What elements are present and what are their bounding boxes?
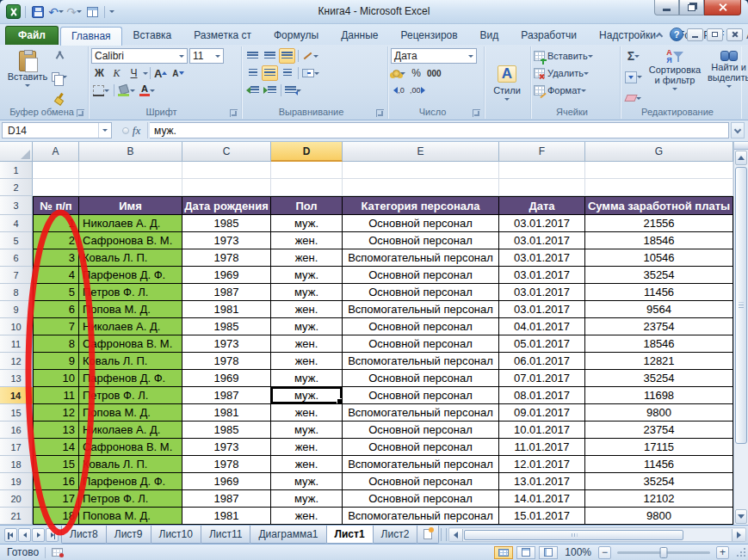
- scroll-left-button[interactable]: [449, 529, 463, 541]
- horizontal-scroll-track[interactable]: [463, 529, 732, 541]
- format-cells-button[interactable]: Формат: [534, 82, 617, 99]
- cell-E17[interactable]: Основной персонал: [343, 439, 499, 456]
- clear-button[interactable]: [623, 90, 644, 106]
- cell-E8[interactable]: Основной персонал: [343, 284, 499, 301]
- cell-B20[interactable]: Петров Ф. Л.: [79, 490, 182, 508]
- column-header-C[interactable]: C: [182, 142, 271, 162]
- ribbon-tab-Файл[interactable]: Файл: [5, 26, 59, 45]
- row-header-2[interactable]: 2: [0, 179, 33, 196]
- percent-button[interactable]: %: [408, 65, 424, 81]
- fill-color-button[interactable]: [116, 83, 137, 98]
- cell-B6[interactable]: Коваль Л. П.: [79, 249, 182, 267]
- merge-center-button[interactable]: [300, 65, 321, 81]
- ribbon-tab-Рецензиров[interactable]: Рецензиров: [389, 26, 468, 45]
- cell-B18[interactable]: Коваль Л. П.: [79, 456, 182, 473]
- cell-C13[interactable]: 1969: [182, 370, 271, 387]
- previous-sheet-button[interactable]: [18, 528, 31, 542]
- cell-E7[interactable]: Основной персонал: [343, 267, 499, 284]
- workbook-minimize-button[interactable]: [687, 28, 703, 41]
- paste-button[interactable]: Вставить: [5, 47, 50, 107]
- number-format-select[interactable]: Дата: [391, 48, 477, 64]
- zoom-slider-thumb[interactable]: [660, 547, 668, 558]
- workbook-close-button[interactable]: [726, 28, 743, 41]
- cell-A9[interactable]: 6: [33, 301, 79, 318]
- close-button[interactable]: [704, 0, 741, 15]
- column-header-E[interactable]: E: [343, 142, 499, 162]
- ribbon-tab-Вставка[interactable]: Вставка: [122, 26, 183, 45]
- cell-A21[interactable]: 18: [33, 508, 79, 525]
- cell-G5[interactable]: 18546: [585, 232, 733, 249]
- row-header-17[interactable]: 17: [0, 439, 33, 456]
- cell-A15[interactable]: 12: [33, 404, 79, 422]
- cell-B5[interactable]: Сафронова В. М.: [79, 232, 182, 249]
- column-header-F[interactable]: F: [499, 142, 585, 162]
- cell-F19[interactable]: 13.01.2017: [499, 473, 585, 490]
- cell-C1[interactable]: [182, 162, 271, 179]
- cell-G9[interactable]: 9564: [585, 301, 733, 318]
- cell-A11[interactable]: 8: [33, 335, 79, 353]
- cell-G15[interactable]: 9800: [585, 404, 733, 422]
- cut-button[interactable]: [50, 48, 69, 64]
- cell-G4[interactable]: 21556: [585, 215, 733, 232]
- cell-D17[interactable]: жен.: [271, 439, 343, 456]
- tab-split-handle[interactable]: [441, 528, 447, 541]
- cell-A18[interactable]: 15: [33, 456, 79, 473]
- cell-E11[interactable]: Основной персонал: [343, 335, 499, 353]
- sort-filter-button[interactable]: АЯ Сортировка и фильтр: [646, 47, 703, 107]
- cell-C2[interactable]: [182, 179, 271, 196]
- record-macro-icon[interactable]: [52, 548, 63, 557]
- row-header-19[interactable]: 19: [0, 473, 33, 490]
- cell-B7[interactable]: Парфенов Д. Ф.: [79, 267, 182, 284]
- cell-A6[interactable]: 3: [33, 249, 79, 267]
- select-all-corner[interactable]: [0, 142, 33, 162]
- cell-D14[interactable]: муж.: [271, 387, 343, 404]
- cell-F20[interactable]: 14.01.2017: [499, 490, 585, 508]
- cell-A8[interactable]: 5: [33, 284, 79, 301]
- delete-cells-button[interactable]: Удалить: [534, 65, 617, 82]
- decrease-indent-button[interactable]: [244, 83, 261, 98]
- cell-C12[interactable]: 1978: [182, 353, 271, 370]
- normal-view-button[interactable]: [494, 546, 513, 559]
- cell-F15[interactable]: 09.01.2017: [499, 404, 585, 422]
- cell-G11[interactable]: 18546: [585, 335, 733, 353]
- minimize-button[interactable]: [654, 0, 679, 15]
- cell-E13[interactable]: Основной персонал: [343, 370, 499, 387]
- cell-B12[interactable]: Коваль Л. П.: [79, 353, 182, 370]
- name-box-dropdown[interactable]: [98, 123, 111, 138]
- cell-A5[interactable]: 2: [33, 232, 79, 249]
- row-header-10[interactable]: 10: [0, 318, 33, 335]
- row-header-5[interactable]: 5: [0, 232, 33, 249]
- cell-E1[interactable]: [343, 162, 499, 179]
- vertical-scroll-track[interactable]: [734, 445, 748, 508]
- cell-D19[interactable]: муж.: [271, 473, 343, 490]
- wrap-text-button[interactable]: [283, 83, 303, 98]
- borders-button[interactable]: [91, 83, 111, 98]
- cell-A2[interactable]: [33, 179, 79, 196]
- cell-E20[interactable]: Основной персонал: [343, 490, 499, 508]
- cell-D3[interactable]: Пол: [271, 196, 343, 215]
- cell-F9[interactable]: 03.01.2017: [499, 301, 585, 318]
- cell-F14[interactable]: 08.01.2017: [499, 387, 585, 404]
- cell-D9[interactable]: жен.: [271, 301, 343, 318]
- dialog-launcher-icon[interactable]: [77, 109, 84, 117]
- cell-G12[interactable]: 12821: [585, 353, 733, 370]
- cell-B4[interactable]: Николаев А. Д.: [79, 215, 182, 232]
- copy-button[interactable]: [50, 70, 69, 85]
- row-header-16[interactable]: 16: [0, 422, 33, 439]
- dialog-launcher-icon[interactable]: [473, 109, 480, 117]
- cell-E10[interactable]: Основной персонал: [343, 318, 499, 335]
- last-sheet-button[interactable]: [46, 528, 59, 542]
- zoom-slider[interactable]: [617, 551, 710, 554]
- row-header-9[interactable]: 9: [0, 301, 33, 318]
- styles-button[interactable]: А Стили: [487, 47, 527, 119]
- insert-cells-button[interactable]: Вставить: [534, 47, 617, 65]
- increase-decimal-button[interactable]: ,0: [391, 83, 407, 98]
- cell-B2[interactable]: [79, 179, 182, 196]
- shrink-font-button[interactable]: А: [170, 65, 186, 81]
- row-header-21[interactable]: 21: [0, 508, 33, 525]
- cell-E15[interactable]: Вспомогательный персонал: [343, 404, 499, 422]
- cell-C9[interactable]: 1981: [182, 301, 271, 318]
- horizontal-scroll-thumb[interactable]: [464, 530, 683, 540]
- cell-C20[interactable]: 1987: [182, 490, 271, 508]
- cell-C7[interactable]: 1969: [182, 267, 271, 284]
